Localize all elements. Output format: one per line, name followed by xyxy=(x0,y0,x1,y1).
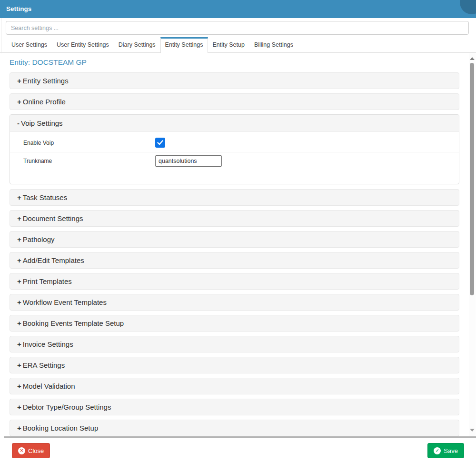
search-input[interactable] xyxy=(6,21,469,35)
accordion-label: Debtor Type/Group Settings xyxy=(23,403,111,411)
accordion-panel-invoice-settings[interactable]: + Invoice Settings xyxy=(10,336,459,352)
close-button-label: Close xyxy=(28,447,44,454)
dialog-footer: ✕ Close ✓ Save xyxy=(0,438,476,463)
accordion-label: Model Validation xyxy=(23,382,75,390)
accordion-label: Booking Events Template Setup xyxy=(23,319,124,327)
expand-plus-icon: + xyxy=(17,235,21,243)
settings-content: Entity: DOCSTEAM GP + Entity Settings + … xyxy=(0,53,476,436)
accordion-panel-entity-settings[interactable]: + Entity Settings xyxy=(10,72,459,89)
collapse-minus-icon: - xyxy=(17,119,20,127)
accordion-panel-debtor-type-group-settings[interactable]: + Debtor Type/Group Settings xyxy=(10,399,459,415)
expand-plus-icon: + xyxy=(17,424,21,432)
accordion-label: Booking Location Setup xyxy=(23,424,98,432)
save-button[interactable]: ✓ Save xyxy=(427,443,464,458)
search-bar xyxy=(6,21,469,35)
corner-close-button[interactable] xyxy=(460,0,476,14)
enable-voip-label: Enable Voip xyxy=(23,140,155,146)
expand-plus-icon: + xyxy=(17,403,21,411)
close-circle-x-icon: ✕ xyxy=(18,447,25,454)
entity-heading: Entity: DOCSTEAM GP xyxy=(10,58,459,67)
expand-plus-icon: + xyxy=(17,77,21,85)
tab-user-settings[interactable]: User Settings xyxy=(7,37,52,52)
accordion-label: Online Profile xyxy=(23,98,66,106)
expand-plus-icon: + xyxy=(17,256,21,264)
tab-entity-settings[interactable]: Entity Settings xyxy=(160,37,208,53)
tab-user-entity-settings[interactable]: User Entity Settings xyxy=(52,37,114,52)
accordion-panel-pathology[interactable]: + Pathology xyxy=(10,231,459,248)
expand-plus-icon: + xyxy=(17,319,21,327)
accordion-panel-online-profile[interactable]: + Online Profile xyxy=(10,93,459,110)
tab-diary-settings[interactable]: Diary Settings xyxy=(114,37,160,52)
trunkname-row: Trunkname xyxy=(10,152,459,169)
accordion-label: Task Statuses xyxy=(23,193,67,201)
accordion-panel-workflow-event-templates[interactable]: + Workflow Event Templates xyxy=(10,294,459,311)
trunkname-input[interactable] xyxy=(155,155,222,167)
settings-tabs: User Settings User Entity Settings Diary… xyxy=(0,38,476,53)
accordion-panel-era-settings[interactable]: + ERA Settings xyxy=(10,357,459,373)
scroll-down-arrow-icon[interactable] xyxy=(469,427,476,433)
expand-plus-icon: + xyxy=(17,340,21,348)
accordion-label: Entity Settings xyxy=(23,77,69,85)
tab-billing-settings[interactable]: Billing Settings xyxy=(249,37,298,52)
accordion-panel-task-statuses[interactable]: + Task Statuses xyxy=(10,189,459,206)
expand-plus-icon: + xyxy=(17,98,21,106)
enable-voip-row: Enable Voip xyxy=(10,131,459,152)
scroll-up-arrow-icon[interactable] xyxy=(469,55,476,62)
expand-plus-icon: + xyxy=(17,361,21,369)
accordion-label: Print Templates xyxy=(23,277,72,285)
dialog-titlebar: Settings xyxy=(0,0,476,18)
expand-plus-icon: + xyxy=(17,382,21,390)
accordion-label: Invoice Settings xyxy=(23,340,73,348)
close-button[interactable]: ✕ Close xyxy=(12,443,50,458)
accordion-panel-booking-events-template-setup[interactable]: + Booking Events Template Setup xyxy=(10,315,459,332)
expand-plus-icon: + xyxy=(17,277,21,285)
expand-plus-icon: + xyxy=(17,214,21,222)
accordion-label: Workflow Event Templates xyxy=(23,298,107,306)
trunkname-label: Trunkname xyxy=(23,158,155,164)
dialog-title: Settings xyxy=(6,0,31,18)
expand-plus-icon: + xyxy=(17,193,21,201)
accordion-label: Document Settings xyxy=(23,214,83,222)
scrollbar-thumb[interactable] xyxy=(470,63,474,295)
enable-voip-checkbox[interactable] xyxy=(155,138,165,148)
accordion-label: ERA Settings xyxy=(23,361,65,369)
accordion-label: Add/Edit Templates xyxy=(23,256,84,264)
accordion-panel-document-settings[interactable]: + Document Settings xyxy=(10,210,459,227)
accordion-panel-model-validation[interactable]: + Model Validation xyxy=(10,378,459,394)
accordion-panel-add-edit-templates[interactable]: + Add/Edit Templates xyxy=(10,252,459,269)
voip-settings-body: Enable Voip Trunkname xyxy=(10,131,459,184)
expand-plus-icon: + xyxy=(17,298,21,306)
accordion-panel-print-templates[interactable]: + Print Templates xyxy=(10,273,459,290)
voip-settings-header[interactable]: - Voip Settings xyxy=(10,115,459,131)
accordion-panel-booking-location-setup[interactable]: + Booking Location Setup xyxy=(10,420,459,436)
vertical-scrollbar[interactable] xyxy=(469,53,476,436)
checkmark-icon xyxy=(157,140,163,145)
tab-entity-setup[interactable]: Entity Setup xyxy=(208,37,249,52)
settings-dialog: Settings User Settings User Entity Setti… xyxy=(0,0,476,463)
accordion-label: Voip Settings xyxy=(21,119,63,127)
save-circle-check-icon: ✓ xyxy=(434,447,441,454)
accordion-label: Pathology xyxy=(23,235,55,243)
save-button-label: Save xyxy=(444,447,458,454)
accordion-panel-voip-settings: - Voip Settings Enable Voip Trunkname xyxy=(10,114,459,184)
